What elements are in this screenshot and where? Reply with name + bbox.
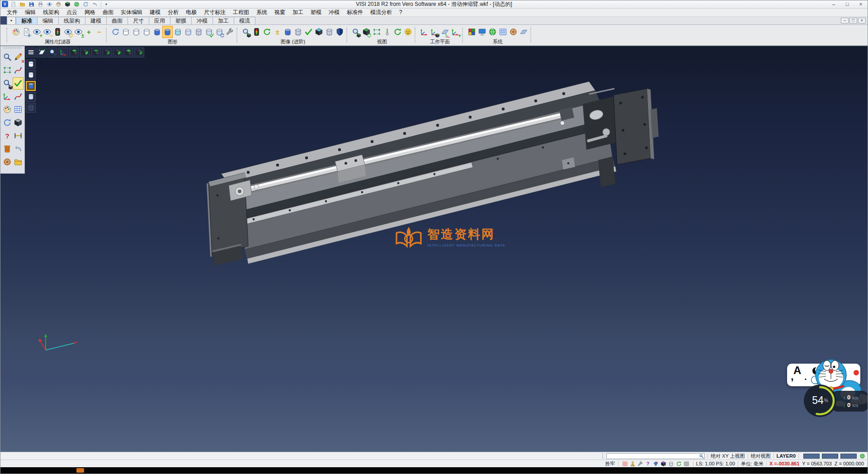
tab-modeling[interactable]: 建模	[85, 17, 107, 24]
render-cube-button[interactable]	[314, 26, 324, 38]
menu-die[interactable]: 冲模	[325, 9, 343, 16]
dock-open-button[interactable]	[13, 156, 24, 168]
dock-measure-button[interactable]	[13, 130, 24, 142]
view-mode-label[interactable]: 绝对 XY 上视图	[711, 453, 745, 460]
render-striped-button[interactable]	[293, 26, 303, 38]
qat-dropdown-button[interactable]: ▼	[104, 3, 109, 6]
inspect-button[interactable]	[241, 26, 251, 38]
dock-attributes-button[interactable]	[2, 104, 13, 116]
menu-electrode[interactable]: 电极	[182, 9, 200, 16]
tab-standard[interactable]: 标准	[16, 17, 38, 24]
menu-analysis[interactable]: 分析	[164, 9, 182, 16]
tab-flow[interactable]: 模流	[234, 17, 255, 24]
dock-curve-button[interactable]	[13, 90, 24, 103]
workplane-cube-button[interactable]	[429, 26, 440, 38]
globe-status-button[interactable]	[859, 453, 866, 460]
menu-wireframe[interactable]: 线架构	[39, 9, 63, 16]
maximize-button[interactable]: □	[840, 1, 854, 8]
show-add-button[interactable]: +	[32, 26, 42, 38]
refresh-visibility-button[interactable]	[63, 26, 73, 38]
save-button[interactable]	[28, 1, 35, 8]
render-wireframe-button[interactable]	[26, 59, 36, 69]
layer-swatch[interactable]	[822, 454, 838, 459]
render-hidden-button[interactable]	[26, 70, 36, 80]
cylinder-snap-button[interactable]	[667, 460, 675, 467]
zoom-view-button[interactable]	[351, 26, 361, 38]
open-file-button[interactable]	[19, 1, 26, 8]
tools-button[interactable]	[637, 460, 644, 467]
menu-mesh[interactable]: 网格	[81, 9, 99, 16]
tab-dimension[interactable]: 尺寸	[128, 17, 149, 24]
help-status-button[interactable]: ?	[644, 460, 652, 467]
view-plane-button[interactable]	[37, 47, 47, 57]
system-colors-button[interactable]	[467, 26, 477, 38]
taskbar-app-icon[interactable]	[76, 468, 84, 473]
system-grid-button[interactable]	[498, 26, 508, 38]
new-document-button[interactable]	[9, 1, 17, 8]
show-remove-button[interactable]: −	[42, 26, 52, 38]
layer-swatch[interactable]	[803, 454, 820, 459]
tab-dropdown-button[interactable]: ▼	[7, 17, 16, 24]
close-button[interactable]: ×	[854, 1, 868, 8]
filter-button[interactable]	[52, 26, 63, 38]
download-progress-badge[interactable]: 54 %	[804, 384, 836, 417]
print-button[interactable]	[37, 1, 44, 8]
menu-modeling[interactable]: 建模	[146, 9, 164, 16]
view-front-button[interactable]	[80, 47, 90, 57]
dock-refresh-button[interactable]	[2, 117, 13, 129]
dock-select-button[interactable]	[2, 64, 13, 76]
visibility-button[interactable]	[46, 1, 53, 8]
layer-swatch[interactable]	[840, 454, 857, 459]
update-shading-button[interactable]	[214, 26, 225, 38]
filter-grid-button[interactable]	[621, 460, 629, 467]
menu-dimension[interactable]: 尺寸标注	[200, 9, 229, 16]
menu-system[interactable]: 系统	[253, 9, 271, 16]
mesh-mode-button[interactable]	[193, 26, 204, 38]
tab-wireframe[interactable]: 线架构	[59, 17, 85, 24]
snap-lock-label[interactable]: 拴牢	[605, 460, 615, 467]
regen-advanced-button[interactable]	[262, 26, 272, 38]
menu-standard-parts[interactable]: 标准件	[343, 9, 367, 16]
mdi-restore-button[interactable]: □	[849, 18, 857, 24]
dock-help-button[interactable]: ?	[2, 130, 13, 142]
page-visibility-button[interactable]	[21, 26, 32, 38]
mdi-minimize-button[interactable]: –	[841, 18, 849, 24]
verify-shading-button[interactable]	[204, 26, 214, 38]
dock-pen-button[interactable]	[13, 64, 24, 76]
units-label[interactable]: 单位: 毫米	[741, 460, 764, 467]
view-menu-button[interactable]	[26, 47, 36, 57]
minimize-button[interactable]: –	[827, 1, 840, 8]
attributes-button[interactable]	[11, 26, 21, 38]
view-iso-button[interactable]	[123, 47, 133, 57]
smiley-view-button[interactable]	[403, 26, 413, 38]
shaded-edges-mode-button[interactable]	[162, 26, 173, 38]
system-plane-button[interactable]	[519, 26, 529, 38]
menu-mold[interactable]: 塑模	[307, 9, 325, 16]
graphics-settings-button[interactable]	[225, 26, 235, 38]
frame-view-button[interactable]	[372, 26, 382, 38]
render-solid-button[interactable]	[283, 26, 293, 38]
render-wire-button[interactable]	[324, 26, 335, 38]
menu-pointcloud[interactable]: 点云	[63, 9, 81, 16]
protect-button[interactable]	[335, 26, 345, 38]
system-settings-button[interactable]	[508, 26, 519, 38]
rotate-view-button[interactable]	[361, 26, 372, 38]
system-display-button[interactable]	[477, 26, 487, 38]
solid-button[interactable]	[64, 1, 71, 8]
tab-mold[interactable]: 塑膜	[170, 17, 192, 24]
tab-die[interactable]: 冲模	[192, 17, 213, 24]
search-input[interactable]	[606, 453, 705, 459]
show-all-button[interactable]: +	[84, 26, 94, 38]
dock-drag-handle[interactable]	[4, 47, 21, 50]
menu-drawing[interactable]: 工程图	[229, 9, 253, 16]
menu-surface[interactable]: 曲面	[99, 9, 117, 16]
dock-navigate-button[interactable]	[2, 156, 13, 168]
mdi-close-button[interactable]: ×	[858, 18, 866, 24]
regen-button[interactable]	[110, 26, 121, 38]
menu-flow-analysis[interactable]: 模流分析	[367, 9, 396, 16]
menu-edit[interactable]: 编辑	[21, 9, 39, 16]
dock-undo-button[interactable]	[13, 143, 24, 155]
menu-window[interactable]: 视窗	[271, 9, 289, 16]
ghost-mode-button[interactable]	[183, 26, 193, 38]
view-iso2-button[interactable]	[134, 47, 144, 57]
